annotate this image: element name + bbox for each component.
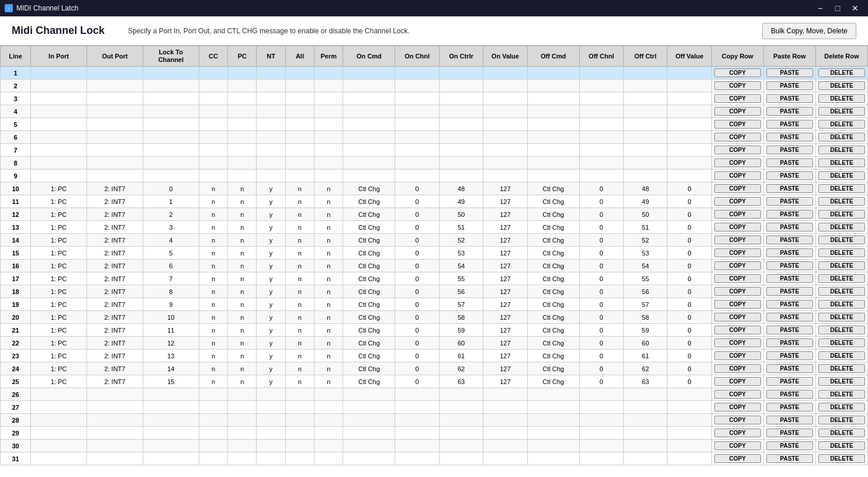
copy-cell[interactable]: COPY bbox=[711, 362, 763, 375]
delete-cell[interactable]: DELETE bbox=[815, 324, 867, 337]
copy-row-button[interactable]: COPY bbox=[714, 133, 761, 141]
copy-cell[interactable]: COPY bbox=[711, 401, 763, 414]
copy-row-button[interactable]: COPY bbox=[714, 338, 761, 347]
paste-row-button[interactable]: PASTE bbox=[766, 184, 813, 193]
copy-cell[interactable]: COPY bbox=[711, 170, 763, 182]
paste-cell[interactable]: PASTE bbox=[763, 221, 815, 234]
delete-cell[interactable]: DELETE bbox=[815, 440, 867, 452]
paste-row-button[interactable]: PASTE bbox=[766, 81, 813, 90]
delete-cell[interactable]: DELETE bbox=[815, 67, 867, 80]
copy-cell[interactable]: COPY bbox=[711, 182, 763, 195]
delete-cell[interactable]: DELETE bbox=[815, 362, 867, 375]
paste-cell[interactable]: PASTE bbox=[763, 105, 815, 118]
paste-cell[interactable]: PASTE bbox=[763, 208, 815, 221]
copy-cell[interactable]: COPY bbox=[711, 350, 763, 362]
close-button[interactable]: ✕ bbox=[847, 2, 863, 14]
paste-row-button[interactable]: PASTE bbox=[766, 146, 813, 154]
copy-cell[interactable]: COPY bbox=[711, 195, 763, 208]
paste-cell[interactable]: PASTE bbox=[763, 440, 815, 452]
copy-row-button[interactable]: COPY bbox=[714, 428, 761, 437]
paste-row-button[interactable]: PASTE bbox=[766, 107, 813, 116]
copy-row-button[interactable]: COPY bbox=[714, 364, 761, 373]
paste-row-button[interactable]: PASTE bbox=[766, 364, 813, 373]
delete-cell[interactable]: DELETE bbox=[815, 118, 867, 131]
delete-row-button[interactable]: DELETE bbox=[818, 197, 865, 206]
delete-cell[interactable]: DELETE bbox=[815, 285, 867, 298]
paste-row-button[interactable]: PASTE bbox=[766, 171, 813, 180]
delete-cell[interactable]: DELETE bbox=[815, 80, 867, 92]
paste-row-button[interactable]: PASTE bbox=[766, 236, 813, 244]
copy-row-button[interactable]: COPY bbox=[714, 146, 761, 154]
delete-row-button[interactable]: DELETE bbox=[818, 94, 865, 103]
paste-row-button[interactable]: PASTE bbox=[766, 390, 813, 399]
delete-cell[interactable]: DELETE bbox=[815, 375, 867, 388]
copy-row-button[interactable]: COPY bbox=[714, 261, 761, 270]
paste-row-button[interactable]: PASTE bbox=[766, 223, 813, 231]
paste-row-button[interactable]: PASTE bbox=[766, 454, 813, 463]
paste-row-button[interactable]: PASTE bbox=[766, 261, 813, 270]
paste-cell[interactable]: PASTE bbox=[763, 182, 815, 195]
copy-cell[interactable]: COPY bbox=[711, 92, 763, 105]
delete-cell[interactable]: DELETE bbox=[815, 427, 867, 440]
delete-row-button[interactable]: DELETE bbox=[818, 377, 865, 386]
delete-row-button[interactable]: DELETE bbox=[818, 146, 865, 154]
paste-cell[interactable]: PASTE bbox=[763, 67, 815, 80]
delete-row-button[interactable]: DELETE bbox=[818, 133, 865, 141]
paste-cell[interactable]: PASTE bbox=[763, 375, 815, 388]
paste-cell[interactable]: PASTE bbox=[763, 234, 815, 247]
paste-cell[interactable]: PASTE bbox=[763, 362, 815, 375]
copy-cell[interactable]: COPY bbox=[711, 337, 763, 350]
paste-cell[interactable]: PASTE bbox=[763, 401, 815, 414]
paste-cell[interactable]: PASTE bbox=[763, 324, 815, 337]
delete-row-button[interactable]: DELETE bbox=[818, 184, 865, 193]
delete-cell[interactable]: DELETE bbox=[815, 92, 867, 105]
copy-row-button[interactable]: COPY bbox=[714, 197, 761, 206]
paste-cell[interactable]: PASTE bbox=[763, 144, 815, 157]
delete-cell[interactable]: DELETE bbox=[815, 401, 867, 414]
copy-row-button[interactable]: COPY bbox=[714, 313, 761, 322]
paste-row-button[interactable]: PASTE bbox=[766, 197, 813, 206]
paste-row-button[interactable]: PASTE bbox=[766, 300, 813, 309]
copy-cell[interactable]: COPY bbox=[711, 452, 763, 465]
copy-row-button[interactable]: COPY bbox=[714, 416, 761, 424]
copy-cell[interactable]: COPY bbox=[711, 375, 763, 388]
paste-cell[interactable]: PASTE bbox=[763, 247, 815, 260]
paste-cell[interactable]: PASTE bbox=[763, 350, 815, 362]
paste-cell[interactable]: PASTE bbox=[763, 427, 815, 440]
paste-cell[interactable]: PASTE bbox=[763, 92, 815, 105]
copy-row-button[interactable]: COPY bbox=[714, 274, 761, 283]
copy-cell[interactable]: COPY bbox=[711, 414, 763, 427]
delete-row-button[interactable]: DELETE bbox=[818, 454, 865, 463]
delete-row-button[interactable]: DELETE bbox=[818, 274, 865, 283]
copy-row-button[interactable]: COPY bbox=[714, 454, 761, 463]
delete-row-button[interactable]: DELETE bbox=[818, 416, 865, 424]
delete-cell[interactable]: DELETE bbox=[815, 105, 867, 118]
paste-row-button[interactable]: PASTE bbox=[766, 441, 813, 450]
copy-cell[interactable]: COPY bbox=[711, 221, 763, 234]
delete-row-button[interactable]: DELETE bbox=[818, 223, 865, 231]
paste-row-button[interactable]: PASTE bbox=[766, 94, 813, 103]
copy-cell[interactable]: COPY bbox=[711, 105, 763, 118]
copy-row-button[interactable]: COPY bbox=[714, 326, 761, 334]
copy-row-button[interactable]: COPY bbox=[714, 351, 761, 360]
copy-row-button[interactable]: COPY bbox=[714, 300, 761, 309]
paste-cell[interactable]: PASTE bbox=[763, 118, 815, 131]
paste-row-button[interactable]: PASTE bbox=[766, 158, 813, 167]
delete-cell[interactable]: DELETE bbox=[815, 414, 867, 427]
copy-cell[interactable]: COPY bbox=[711, 324, 763, 337]
delete-cell[interactable]: DELETE bbox=[815, 221, 867, 234]
copy-row-button[interactable]: COPY bbox=[714, 223, 761, 231]
copy-row-button[interactable]: COPY bbox=[714, 441, 761, 450]
copy-cell[interactable]: COPY bbox=[711, 144, 763, 157]
paste-cell[interactable]: PASTE bbox=[763, 414, 815, 427]
copy-cell[interactable]: COPY bbox=[711, 208, 763, 221]
table-container[interactable]: Line In Port Out Port Lock To Channel CC… bbox=[0, 46, 868, 477]
copy-row-button[interactable]: COPY bbox=[714, 248, 761, 257]
copy-row-button[interactable]: COPY bbox=[714, 377, 761, 386]
paste-row-button[interactable]: PASTE bbox=[766, 326, 813, 334]
delete-cell[interactable]: DELETE bbox=[815, 311, 867, 324]
delete-row-button[interactable]: DELETE bbox=[818, 403, 865, 412]
delete-cell[interactable]: DELETE bbox=[815, 388, 867, 401]
delete-row-button[interactable]: DELETE bbox=[818, 300, 865, 309]
paste-cell[interactable]: PASTE bbox=[763, 298, 815, 311]
